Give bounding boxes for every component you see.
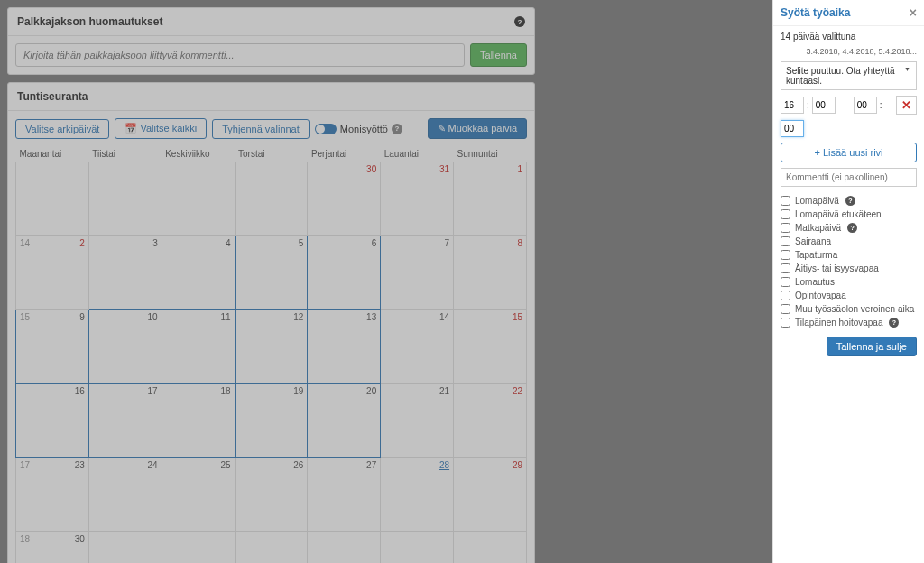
check-option[interactable]: Lomautus [781,277,917,287]
selected-dates: 3.4.2018, 4.4.2018, 5.4.2018... [781,47,917,56]
start-hour[interactable] [781,97,804,114]
check-option[interactable]: Sairaana [781,236,917,246]
save-close-button[interactable]: Tallenna ja sulje [827,337,917,356]
help-icon[interactable]: ? [845,196,855,206]
check-option[interactable]: Lomapäivä? [781,196,917,206]
end-hour[interactable] [854,97,877,114]
checkbox-list: Lomapäivä?Lomapäivä etukäteenMatkapäivä?… [781,196,917,328]
drawer-comment[interactable] [781,168,917,187]
end-min[interactable] [781,120,804,137]
remove-row-button[interactable]: ✕ [896,96,917,115]
check-option[interactable]: Matkapäivä? [781,223,917,233]
description-select[interactable]: Selite puuttuu. Ota yhteyttä kuntaasi. [781,61,917,90]
check-option[interactable]: Tilapäinen hoitovapaa? [781,318,917,328]
check-option[interactable]: Tapaturma [781,250,917,260]
check-option[interactable]: Muu työssäolon veroinen aika [781,304,917,314]
time-row: : — : ✕ [781,96,917,115]
check-option[interactable]: Lomapäivä etukäteen [781,209,917,219]
close-icon[interactable]: × [910,5,917,20]
check-option[interactable]: Äitiys- tai isyysvapaa [781,263,917,273]
drawer-title: Syötä työaika [781,6,850,19]
start-min[interactable] [812,97,836,114]
check-option[interactable]: Opintovapaa [781,291,917,300]
help-icon[interactable]: ? [847,223,857,233]
add-row-button[interactable]: + Lisää uusi rivi [781,143,917,162]
time-entry-drawer: Syötä työaika × 14 päivää valittuna 3.4.… [772,0,924,563]
selected-count: 14 päivää valittuna [781,32,917,42]
help-icon[interactable]: ? [889,318,899,328]
